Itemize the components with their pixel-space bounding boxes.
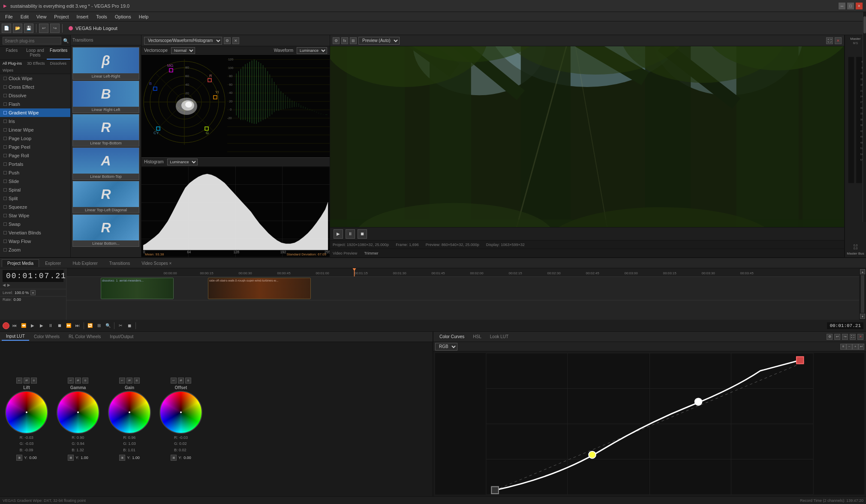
plugin-clock-wipe[interactable]: Clock Wipe [0, 74, 70, 83]
transition-linear-top-bottom[interactable]: R Linear Top-Bottom [72, 114, 139, 147]
step-forward-button[interactable]: ⏩ [65, 322, 72, 330]
tab-project-media[interactable]: Project Media [2, 259, 39, 267]
plugin-flash[interactable]: Flash [0, 100, 70, 108]
tab-favorites[interactable]: Favorites [47, 47, 70, 60]
transition-linear-left-right[interactable]: β Linear Left-Right [72, 47, 139, 80]
lift-reset-icon[interactable]: ↩ [16, 378, 22, 384]
curve-point-1[interactable] [589, 451, 596, 459]
lift-invert-icon[interactable]: ⇄ [24, 378, 30, 384]
plugin-venetian-blinds[interactable]: Venetian Blinds [0, 228, 70, 237]
curves-add-btn[interactable]: + [852, 344, 858, 350]
curves-undo-btn[interactable]: ↪ [842, 334, 848, 340]
scroll-up-button[interactable]: ▲ [860, 269, 865, 274]
cat-all[interactable]: All Plug-ins [0, 60, 24, 67]
histogram-channel-dropdown[interactable]: Luminance [167, 159, 198, 165]
plugin-page-peel[interactable]: Page Peel [0, 143, 70, 151]
plugin-star-wipe[interactable]: Star Wipe [0, 211, 70, 220]
plugin-slide[interactable]: Slide [0, 177, 70, 186]
plugin-split[interactable]: Split [0, 194, 70, 203]
tab-loop-peels[interactable]: Loop and Peels [24, 47, 47, 60]
curves-tab-curves[interactable]: Color Curves [436, 333, 468, 340]
cat-3d[interactable]: 3D Effects [24, 60, 47, 67]
menu-insert[interactable]: Insert [73, 13, 92, 20]
snap-button[interactable]: ⊞ [95, 322, 103, 330]
plugin-linear-wipe[interactable]: Linear Wipe [0, 126, 70, 134]
offset-y-icon[interactable]: ▣ [171, 455, 177, 461]
plugin-cross-effect[interactable]: Cross Effect [0, 83, 70, 91]
trimmer-button[interactable]: Trimmer [364, 251, 378, 255]
gain-y-icon[interactable]: ▣ [119, 455, 125, 461]
menu-options[interactable]: Options [111, 13, 135, 20]
plugin-page-roll[interactable]: Page Roll [0, 151, 70, 160]
plugin-page-loop[interactable]: Page Loop [0, 134, 70, 143]
preview-zoom-button[interactable]: ⊞ [350, 37, 357, 44]
curves-reset-btn[interactable]: ↩ [834, 334, 840, 340]
tab-input-output[interactable]: Input/Output [105, 333, 138, 340]
cat-wipes[interactable]: Wipes [0, 67, 16, 74]
preview-mode-dropdown[interactable]: Preview (Auto) [358, 37, 400, 45]
lift-color-wheel[interactable] [5, 391, 48, 434]
maximize-button[interactable]: □ [847, 3, 854, 9]
preview-settings-button[interactable]: ⚙ [333, 37, 340, 44]
redo-button[interactable]: ↪ [50, 24, 60, 33]
gamma-color-wheel[interactable] [57, 391, 99, 434]
gain-color-wheel[interactable] [108, 391, 151, 434]
clip-2[interactable]: side-off-stairs-walk-0-rough-super-wind-… [208, 278, 311, 299]
tab-hub-explorer[interactable]: Hub Explorer [67, 259, 103, 267]
brand-text[interactable]: VEGAS Hub Logout [75, 26, 117, 31]
gamma-invert-icon[interactable]: ⇄ [75, 378, 81, 384]
new-button[interactable]: 📄 [2, 24, 11, 33]
transition-linear-bottom-top[interactable]: A Linear Bottom-Top [72, 147, 139, 180]
gamma-copy-icon[interactable]: ⊕ [82, 378, 88, 384]
v-scrollbar-track[interactable] [861, 275, 864, 313]
curves-channel-select[interactable]: RGB [435, 343, 457, 351]
offset-color-wheel[interactable] [159, 391, 202, 434]
gain-reset-icon[interactable]: ↩ [119, 378, 125, 384]
curves-canvas[interactable] [435, 353, 864, 495]
vectorscope-mode-dropdown[interactable]: Normal [171, 47, 195, 54]
lift-copy-icon[interactable]: ⊕ [31, 378, 37, 384]
curves-tab-hsl[interactable]: HSL [469, 333, 484, 340]
curves-settings-btn[interactable]: ⚙ [827, 334, 833, 340]
open-button[interactable]: 📂 [13, 24, 22, 33]
gain-invert-icon[interactable]: ⇄ [126, 378, 132, 384]
scroll-down-button[interactable]: ▼ [860, 314, 865, 319]
plugin-portals[interactable]: Portals [0, 160, 70, 168]
plugin-gradient-wipe[interactable]: Gradient Wipe [0, 108, 70, 117]
waveform-channel-dropdown[interactable]: Luminance [297, 47, 327, 54]
plugin-squeeze[interactable]: Squeeze [0, 203, 70, 211]
curves-close-btn[interactable]: ✕ [857, 334, 863, 340]
play-from-start-button[interactable]: ▶ [29, 322, 36, 330]
step-back-button[interactable]: ⏪ [20, 322, 27, 330]
plugin-push[interactable]: Push [0, 168, 70, 177]
lift-y-icon[interactable]: ▣ [16, 455, 22, 461]
preview-snap-button[interactable]: fx [341, 37, 348, 44]
offset-reset-icon[interactable]: ↩ [171, 378, 177, 384]
clip-1[interactable]: dissolocc_1_aerial-meanders... [101, 278, 174, 299]
scope-settings-button[interactable]: ⚙ [224, 37, 231, 44]
menu-file[interactable]: File [2, 13, 16, 20]
offset-invert-icon[interactable]: ⇄ [178, 378, 184, 384]
tab-explorer[interactable]: Explorer [39, 259, 66, 267]
curves-reset-channel-btn[interactable]: ↩ [858, 344, 864, 350]
plugin-swap[interactable]: Swap [0, 220, 70, 228]
tab-transitions[interactable]: Transitions [104, 259, 136, 267]
trim-button[interactable]: ◼ [126, 322, 133, 330]
transport-pause-button[interactable]: ⏸ [47, 322, 54, 330]
record-button[interactable] [3, 322, 9, 329]
curve-end-point[interactable] [797, 357, 804, 364]
tab-rl-color-wheels[interactable]: RL Color Wheels [64, 333, 105, 340]
scope-type-dropdown[interactable]: Vectorscope/Waveform/Histogram [144, 37, 222, 45]
curve-start-point[interactable] [491, 486, 499, 494]
transport-play-button[interactable]: ▶ [38, 322, 45, 330]
preview-fullscreen-button[interactable]: ⛶ [826, 37, 833, 44]
plugin-zoom[interactable]: Zoom [0, 246, 70, 254]
pause-button[interactable]: ⏸ [346, 229, 355, 239]
stop-button[interactable]: ⏹ [358, 229, 367, 239]
transport-stop-button[interactable]: ⏹ [56, 322, 63, 330]
plugin-dissolve[interactable]: Dissolve [0, 91, 70, 100]
offset-copy-icon[interactable]: ⊕ [185, 378, 191, 384]
menu-edit[interactable]: Edit [17, 13, 32, 20]
tab-color-wheels[interactable]: Color Wheels [30, 333, 64, 340]
gain-copy-icon[interactable]: ⊕ [134, 378, 140, 384]
